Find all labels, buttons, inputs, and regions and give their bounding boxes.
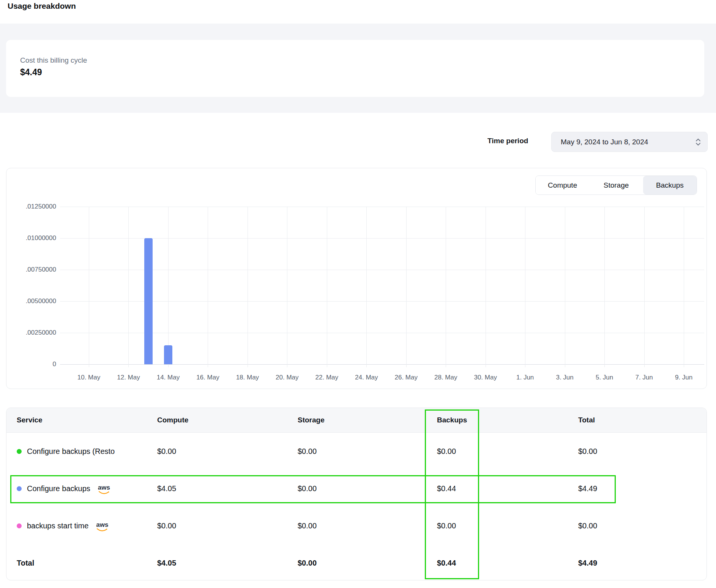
cell-backups: $0.44 xyxy=(437,484,578,493)
x-axis-tick-label: 10. May xyxy=(77,374,100,381)
tab-storage[interactable]: Storage xyxy=(589,176,643,194)
cell-total: $0.00 xyxy=(578,522,707,530)
x-axis-tick-label: 20. May xyxy=(276,374,298,381)
x-gridline xyxy=(604,207,605,367)
y-gridline xyxy=(60,301,704,302)
y-gridline xyxy=(60,364,704,365)
table-header-row: Service Compute Storage Backups Total xyxy=(6,408,707,433)
usage-chart-card: Compute Storage Backups .01250000.010000… xyxy=(6,168,707,389)
total-label: Total xyxy=(17,559,157,567)
cost-cycle-amount: $4.49 xyxy=(20,67,42,77)
col-header-total: Total xyxy=(578,416,707,424)
cell-compute: $0.00 xyxy=(157,447,298,456)
y-gridline xyxy=(60,238,704,239)
x-axis-tick-label: 3. Jun xyxy=(556,374,573,381)
col-header-backups: Backups xyxy=(437,416,578,424)
col-header-service: Service xyxy=(17,416,157,424)
x-gridline xyxy=(248,207,248,367)
cost-card: Cost this billing cycle $4.49 xyxy=(6,40,704,97)
table-row: Configure backups aws $4.05 $0.00 $0.44 … xyxy=(6,470,707,507)
service-name: backups start time xyxy=(27,522,88,530)
col-header-storage: Storage xyxy=(298,416,437,424)
x-axis-tick-label: 22. May xyxy=(315,374,338,381)
x-axis-tick-label: 7. Jun xyxy=(635,374,653,381)
table-row: Configure backups (Resto $0.00 $0.00 $0.… xyxy=(6,433,707,470)
x-gridline xyxy=(644,207,645,367)
cell-compute: $0.00 xyxy=(157,522,298,530)
page-title: Usage breakdown xyxy=(8,2,76,11)
x-axis-tick-label: 9. Jun xyxy=(675,374,692,381)
x-gridline xyxy=(446,207,446,367)
x-gridline xyxy=(565,207,565,367)
billing-banner: Cost this billing cycle $4.49 xyxy=(0,24,716,113)
y-axis-tick-label: 0 xyxy=(14,360,56,368)
y-axis-tick-label: .00750000 xyxy=(14,266,56,273)
chart-bar[interactable] xyxy=(164,345,172,364)
x-axis-tick-label: 26. May xyxy=(395,374,418,381)
usage-breakdown-page: Usage breakdown Cost this billing cycle … xyxy=(0,0,716,588)
total-compute: $4.05 xyxy=(157,559,298,567)
x-axis-tick-label: 12. May xyxy=(117,374,140,381)
total-storage: $0.00 xyxy=(298,559,437,567)
tab-compute[interactable]: Compute xyxy=(536,176,589,194)
x-gridline xyxy=(208,207,208,367)
x-gridline xyxy=(486,207,486,367)
x-axis-tick-label: 18. May xyxy=(236,374,259,381)
cell-backups: $0.00 xyxy=(437,522,578,530)
cell-storage: $0.00 xyxy=(298,447,437,456)
x-gridline xyxy=(684,207,684,367)
x-axis-tick-label: 1. Jun xyxy=(516,374,534,381)
x-axis-tick-label: 30. May xyxy=(474,374,497,381)
y-axis-tick-label: .01250000 xyxy=(14,203,56,210)
x-axis-tick-label: 16. May xyxy=(196,374,219,381)
col-header-compute: Compute xyxy=(157,416,298,424)
x-gridline xyxy=(406,207,407,367)
cost-cycle-label: Cost this billing cycle xyxy=(20,56,87,65)
y-gridline xyxy=(60,333,704,333)
service-dot-icon xyxy=(17,486,22,491)
x-gridline xyxy=(366,207,367,367)
cell-total: $4.49 xyxy=(578,484,707,493)
total-backups: $0.44 xyxy=(437,559,578,567)
x-axis-tick-label: 14. May xyxy=(157,374,180,381)
chart-bar[interactable] xyxy=(144,238,153,364)
x-axis-tick-label: 28. May xyxy=(434,374,457,381)
cell-total: $0.00 xyxy=(578,447,707,456)
y-axis-tick-label: .00250000 xyxy=(14,329,56,337)
chart-metric-tabs: Compute Storage Backups xyxy=(535,175,697,195)
x-gridline xyxy=(89,207,89,367)
cell-storage: $0.00 xyxy=(298,522,437,530)
x-axis-tick-label: 24. May xyxy=(355,374,378,381)
x-gridline xyxy=(168,207,169,367)
service-dot-icon xyxy=(17,449,22,454)
y-axis-tick-label: .00500000 xyxy=(14,297,56,305)
chevron-up-down-icon xyxy=(695,138,701,146)
y-gridline xyxy=(60,207,704,207)
x-axis-tick-label: 5. Jun xyxy=(596,374,613,381)
aws-logo-icon: aws xyxy=(96,522,108,531)
y-axis-tick-label: .01000000 xyxy=(14,234,56,242)
x-gridline xyxy=(327,207,327,367)
tab-backups[interactable]: Backups xyxy=(643,176,697,194)
cell-storage: $0.00 xyxy=(298,484,437,493)
service-dot-icon xyxy=(17,523,22,528)
aws-logo-icon: aws xyxy=(98,484,110,494)
usage-table-card: Service Compute Storage Backups Total Co… xyxy=(6,408,707,580)
table-row: backups start time aws $0.00 $0.00 $0.00… xyxy=(6,507,707,544)
time-period-select[interactable]: May 9, 2024 to Jun 8, 2024 xyxy=(551,132,708,152)
time-period-value: May 9, 2024 to Jun 8, 2024 xyxy=(552,138,695,146)
service-name: Configure backups (Resto xyxy=(27,447,115,456)
table-total-row: Total $4.05 $0.00 $0.44 $4.49 xyxy=(6,544,707,580)
x-gridline xyxy=(525,207,525,367)
x-gridline xyxy=(287,207,287,367)
service-name: Configure backups xyxy=(27,484,90,493)
bar-chart-plot-area: .01250000.01000000.00750000.00500000.002… xyxy=(60,207,704,364)
cell-backups: $0.00 xyxy=(437,447,578,456)
cell-compute: $4.05 xyxy=(157,484,298,493)
y-gridline xyxy=(60,270,704,270)
x-gridline xyxy=(128,207,129,367)
total-total: $4.49 xyxy=(578,559,707,567)
time-period-label: Time period xyxy=(487,137,528,145)
